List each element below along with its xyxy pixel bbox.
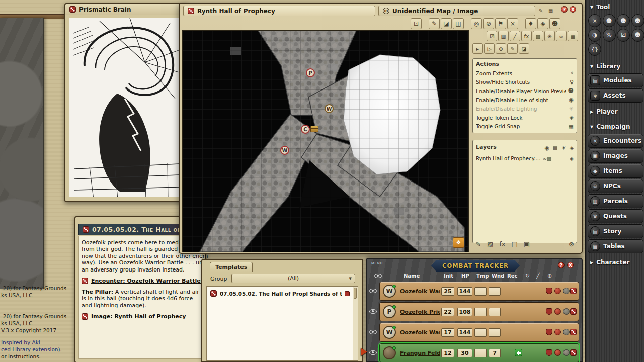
tmp-value[interactable]: [474, 349, 487, 357]
die-icon[interactable]: [570, 329, 577, 335]
action-item[interactable]: Enable/Disable Player Vision Preview ☻: [476, 86, 574, 96]
trash-icon[interactable]: ⊗: [569, 240, 574, 248]
status-circle-icon[interactable]: [563, 308, 570, 315]
window-list-icon[interactable]: ▦: [548, 8, 553, 14]
image-link-row[interactable]: Image: Rynth Hall of Prophecy: [82, 313, 199, 320]
combatant-entry[interactable]: P Oozefolk Priest 22 108: [379, 302, 579, 321]
group-tool-icon[interactable]: ☻: [617, 14, 630, 27]
layers-icon[interactable]: ▨: [498, 31, 509, 41]
dice-tool-icon[interactable]: ⚂: [617, 29, 630, 42]
radial-menu-icon[interactable]: ◎: [471, 18, 482, 29]
player-view-icon[interactable]: ☻: [549, 18, 560, 29]
action-item[interactable]: Enable/Disable Lighting ☀: [476, 104, 574, 113]
action-item[interactable]: Toggle Grid Snap ▦: [476, 122, 574, 131]
encounter-link-row[interactable]: Encounter: Oozefolk Warrior Battles: [82, 278, 199, 284]
hp-value[interactable]: 30: [457, 349, 472, 357]
tracker-row[interactable]: W Oozefolk Warrior 1 17 144: [368, 322, 580, 343]
eraser-icon[interactable]: ◪: [519, 43, 529, 54]
die-icon[interactable]: [570, 288, 577, 294]
target-icon[interactable]: ⊕: [547, 273, 552, 279]
menu-label[interactable]: MENU: [371, 261, 383, 265]
action-item[interactable]: Zoom Extents ⌖: [476, 69, 574, 78]
shortcut-pin-icon[interactable]: ♦: [525, 18, 536, 29]
image-link[interactable]: Image: Rynth Hall of Prophecy: [91, 313, 186, 320]
action-item[interactable]: Show/Hide Shortcuts ♀: [476, 78, 574, 87]
grid-icon[interactable]: ▩: [553, 145, 558, 151]
chest-token[interactable]: [310, 126, 318, 132]
template-list-item[interactable]: 07.05.05.02. The Hall of Propl Shards of…: [207, 287, 358, 297]
defense-shield-icon[interactable]: [546, 329, 552, 335]
wnd-value[interactable]: [489, 308, 501, 316]
select-icon[interactable]: ◫: [453, 18, 464, 29]
scrollbar-thumb[interactable]: [354, 288, 357, 299]
group-dropdown[interactable]: (All): [231, 274, 355, 283]
defense-shield-icon[interactable]: [546, 308, 552, 315]
attack-icon[interactable]: [554, 349, 561, 356]
tmp-value[interactable]: [474, 287, 487, 296]
link-icon[interactable]: ∞: [542, 156, 546, 161]
visibility-eye-icon[interactable]: [369, 330, 377, 334]
visibility-eye-icon[interactable]: [369, 289, 377, 293]
sidebar-section-player[interactable]: ▶Player: [586, 106, 644, 118]
hp-value[interactable]: 144: [457, 328, 472, 337]
tracker-row[interactable]: W Oozefolk Warrior 2 25 144: [368, 281, 580, 302]
add-drawing-icon[interactable]: ✎: [475, 240, 481, 248]
combatant-token[interactable]: W: [383, 326, 396, 339]
combatant-token[interactable]: P: [383, 305, 396, 318]
map-token-character[interactable]: C: [301, 125, 310, 134]
sidebar-item-npcs[interactable]: ☠ NPCs: [588, 179, 643, 193]
close-button[interactable]: X: [567, 262, 574, 268]
help-button[interactable]: ?: [558, 262, 565, 268]
combatant-entry[interactable]: W Oozefolk Warrior 2 25 144: [379, 282, 579, 301]
lock-icon[interactable]: ◈: [570, 145, 574, 151]
zoom-extents-icon[interactable]: ⊡: [411, 18, 422, 29]
init-value[interactable]: 22: [441, 308, 454, 316]
combat-tracker-banner[interactable]: COMBAT TRACKER: [431, 260, 520, 272]
close-button[interactable]: X: [570, 6, 576, 13]
sidebar-section-campaign[interactable]: ▼Campaign: [586, 121, 644, 133]
link-icon[interactable]: ∞: [556, 31, 567, 41]
sun-icon[interactable]: ☀: [561, 145, 566, 151]
combatant-name[interactable]: Oozefolk Warrior 2: [400, 288, 440, 295]
pointer-flag-icon[interactable]: ⚑: [495, 18, 506, 29]
die-icon[interactable]: [570, 349, 577, 356]
die-tool-icon[interactable]: ⚂: [487, 31, 497, 41]
sidebar-item-items[interactable]: ◆ Items: [588, 164, 643, 178]
small-grid-icon[interactable]: ▩: [533, 31, 543, 41]
hp-value[interactable]: 108: [457, 308, 472, 316]
add-icon[interactable]: ⊕: [496, 43, 506, 54]
action-item[interactable]: Enable/Disable Line-of-sight ◉: [476, 96, 574, 105]
duplicate-icon[interactable]: ▣: [524, 240, 530, 248]
help-button[interactable]: ?: [561, 6, 568, 13]
cycle-turn-icon[interactable]: ↻: [525, 273, 530, 279]
grid-icon[interactable]: ▦: [568, 31, 578, 41]
tab-map-inactive[interactable]: ID Unidentified Map / Image: [378, 6, 535, 16]
map-token-priest[interactable]: P: [306, 68, 315, 77]
init-value[interactable]: 17: [441, 328, 454, 337]
draw-tools-icon[interactable]: ✎: [429, 18, 440, 29]
tmp-value[interactable]: [474, 308, 487, 316]
modifier-tool-icon[interactable]: %: [603, 29, 616, 42]
cursor-icon[interactable]: ▸: [472, 43, 483, 54]
scrollbar[interactable]: [353, 287, 358, 360]
tracker-row[interactable]: Frangun Feldspar 12 30 7: [368, 343, 580, 362]
hp-value[interactable]: 144: [457, 287, 472, 296]
templates-list[interactable]: 07.05.05.02. The Hall of Propl Shards of…: [206, 286, 358, 361]
combatant-name[interactable]: Oozefolk Warrior 1: [400, 329, 440, 336]
combatant-name[interactable]: Frangun Feldspar: [400, 350, 440, 356]
tracker-row[interactable]: P Oozefolk Priest 22 108: [368, 302, 580, 322]
s idebar-item-modules[interactable]: ▤ Modules: [588, 73, 643, 87]
sidebar-section-character[interactable]: ▶Character: [586, 256, 644, 268]
init-value[interactable]: 25: [441, 287, 454, 296]
effects-tool-icon[interactable]: {}: [588, 43, 601, 56]
eye-icon[interactable]: ◉: [544, 145, 549, 151]
encounter-link[interactable]: Encounter: Oozefolk Warrior Battles: [91, 278, 204, 284]
combatant-entry[interactable]: Frangun Feldspar 12 30 7: [379, 343, 579, 362]
vision-off-icon[interactable]: ⊘: [483, 18, 494, 29]
wnd-value[interactable]: 7: [489, 349, 501, 357]
identity-tool-icon[interactable]: ☻: [631, 29, 644, 42]
combatant-token[interactable]: W: [383, 285, 396, 298]
tab-templates[interactable]: Templates: [210, 262, 253, 272]
combatant-token[interactable]: [383, 346, 396, 359]
sidebar-item-tables[interactable]: ▦ Tables: [588, 239, 643, 253]
